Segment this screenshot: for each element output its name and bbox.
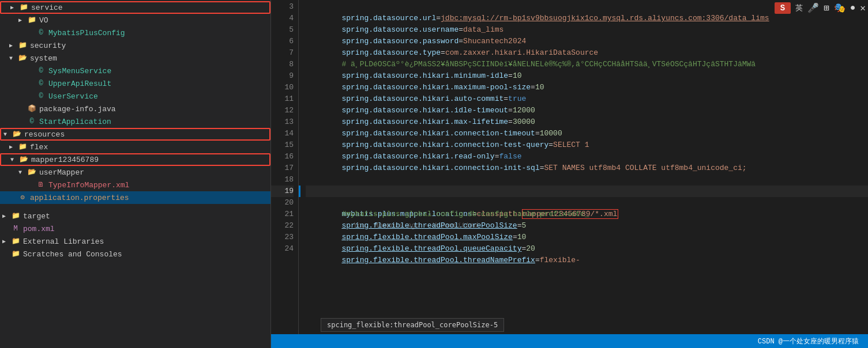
line-numbers: 3 4 5 6 7 8 9 10 11 12 13 14 15 16 17 18…: [271, 0, 299, 348]
label-resources: resources: [24, 130, 65, 139]
status-bar: CSDN @一个处女座的暖男程序猿: [271, 334, 868, 348]
tooltip-popup: spcing_flexible:threadPool_corePoolSize-…: [321, 318, 504, 332]
label-typeinfomapper: TypeInfoMapper.xml: [48, 181, 129, 190]
arrow-vo: [18, 17, 27, 24]
tree-item-pom[interactable]: M pom.xml: [0, 222, 270, 235]
tree-item-resources[interactable]: 📂 resources: [0, 128, 270, 141]
s-button[interactable]: S: [775, 2, 791, 14]
label-package-info: package-info.java: [39, 105, 116, 114]
code-line-17: [306, 162, 868, 174]
arrow-service: [10, 4, 18, 11]
folder-icon-security: 📁: [17, 41, 28, 50]
tree-item-flex[interactable]: 📁 flex: [0, 141, 270, 153]
line-num-3: 3: [271, 1, 294, 13]
arrow-system: [9, 55, 17, 62]
label-userservice: UserService: [48, 92, 98, 101]
tree-item-typeinfomapper[interactable]: 🗎 TypeInfoMapper.xml: [0, 179, 270, 191]
close-icon[interactable]: ✕: [860, 2, 866, 14]
code-line-19[interactable]: mybatis-plus.mapper-locations=classpath:…: [306, 186, 868, 197]
folder-icon-mapper123456789: 📂: [18, 155, 29, 164]
code-line-18[interactable]: 🟡mybatis-plus.configuration.log-impl=org…: [306, 174, 868, 186]
label-upperapiresult: UpperApiResult: [48, 80, 111, 88]
tooltip-text: spcing_flexible:threadPool_corePoolSize-…: [327, 321, 498, 329]
class-icon-sysmenuservice: ©: [36, 66, 46, 75]
theater-icon[interactable]: 🎭: [834, 2, 846, 14]
folder-icon-service: 📁: [18, 3, 29, 12]
tree-item-service[interactable]: 📁 service: [0, 1, 270, 14]
code-line-4[interactable]: spring.datasource.username=data_lims: [306, 13, 868, 24]
code-line-11[interactable]: spring.datasource.hikari.idle-timeout=12…: [306, 93, 868, 105]
line-num-17: 17: [271, 162, 294, 174]
line-num-21: 21: [271, 209, 294, 220]
grid-icon[interactable]: ⊞: [824, 2, 829, 14]
code-line-9[interactable]: spring.datasource.hikari.maximum-pool-si…: [306, 70, 868, 82]
code-line-21[interactable]: spring.flexible.threadPool.corePoolSize=…: [306, 209, 868, 220]
code-line-23[interactable]: spring.flexible.threadPool.queueCapacity…: [306, 232, 868, 243]
line-num-14: 14: [271, 128, 294, 139]
label-usermapper: userMapper: [39, 168, 84, 177]
line-num-22: 22: [271, 220, 294, 232]
tree-item-external-libraries[interactable]: 📁 External Libraries: [0, 235, 270, 248]
arrow-flex: [9, 143, 17, 150]
tree-item-usermapper[interactable]: 📂 userMapper: [0, 166, 270, 179]
line-num-13: 13: [271, 116, 294, 128]
line-num-11: 11: [271, 93, 294, 105]
tree-item-mybatisplusconfig[interactable]: © MybatisPlusConfig: [0, 27, 270, 39]
tree-item-vo[interactable]: 📁 VO: [0, 14, 270, 27]
code-line-5[interactable]: spring.datasource.password=Shucantech202…: [306, 24, 868, 36]
label-scratches: Scratches and Consoles: [23, 250, 122, 259]
folder-icon-usermapper: 📂: [27, 168, 37, 177]
code-line-20[interactable]: #mybatis-plus.global-config.db-config.ta…: [306, 197, 868, 209]
tree-item-security[interactable]: 📁 security: [0, 39, 270, 52]
tree-item-system[interactable]: 📂 system: [0, 52, 270, 65]
lang-label: 英: [795, 3, 803, 13]
label-sysmenuservice: SysMenuService: [48, 67, 111, 75]
top-toolbar: S 英 🎤 ⊞ 🎭 ● ✕: [775, 2, 866, 14]
tree-item-startapplication[interactable]: © StartApplication: [0, 115, 270, 128]
tree-item-sysmenuservice[interactable]: © SysMenuService: [0, 65, 270, 77]
code-editor: S 英 🎤 ⊞ 🎭 ● ✕ 3 4 5 6 7 8 9 10 11 12 13 …: [271, 0, 868, 348]
line-num-7: 7: [271, 47, 294, 59]
tree-item-package-info[interactable]: 📦 package-info.java: [0, 103, 270, 115]
label-target: target: [23, 212, 50, 221]
label-pom: pom.xml: [23, 225, 55, 233]
label-system: system: [30, 54, 57, 63]
xml-icon-typeinfomapper: 🗎: [36, 180, 46, 190]
line-num-6: 6: [271, 36, 294, 47]
code-line-24[interactable]: spring.flexible.threadPool.threadNamePre…: [306, 243, 868, 255]
arrow-usermapper: [18, 169, 27, 176]
record-icon[interactable]: ●: [850, 3, 856, 13]
tree-item-upperapiresult[interactable]: © UpperApiResult: [0, 77, 270, 90]
mic-icon[interactable]: 🎤: [807, 2, 819, 14]
line-num-20: 20: [271, 197, 294, 209]
tree-item-scratches[interactable]: 📁 Scratches and Consoles: [0, 248, 270, 260]
line-num-12: 12: [271, 105, 294, 116]
code-line-13[interactable]: spring.datasource.hikari.connection-time…: [306, 116, 868, 128]
folder-icon-vo: 📁: [27, 16, 37, 25]
tree-item-userservice[interactable]: © UserService: [0, 90, 270, 103]
code-line-16[interactable]: spring.datasource.hikari.connection-init…: [306, 151, 868, 162]
code-line-7[interactable]: # ä¸PLDéOSCäº°è¿PMäSS2¥åNBSPçSCIINDèï¥åN…: [306, 47, 868, 59]
line-num-15: 15: [271, 139, 294, 151]
tree-item-target[interactable]: 📁 target: [0, 210, 270, 222]
code-line-8[interactable]: spring.datasource.hikari.minimum-idle=10: [306, 59, 868, 70]
label-service: service: [31, 3, 63, 12]
tree-item-mapper123456789[interactable]: 📂 mapper123456789: [0, 153, 270, 166]
code-key-24: spring.flexible.threadPool.threadNamePre…: [341, 256, 535, 264]
code-line-14[interactable]: spring.datasource.hikari.connection-test…: [306, 128, 868, 139]
folder-icon-flex: 📁: [17, 142, 28, 152]
code-line-22[interactable]: spring.flexible.threadPool.maxPoolSize=1…: [306, 220, 868, 232]
label-external-libraries: External Libraries: [23, 237, 104, 246]
code-line-6[interactable]: spring.datasource.type=com.zaxxer.hikari…: [306, 36, 868, 47]
label-startapplication: StartApplication: [39, 118, 111, 126]
git-indicator-19: [299, 186, 300, 197]
line-num-18: 18: [271, 174, 294, 186]
code-line-12[interactable]: spring.datasource.hikari.max-lifetime=30…: [306, 105, 868, 116]
code-lines: spring.datasource.url=jdbc:mysql://rm-bp…: [299, 0, 868, 348]
folder-icon-target: 📁: [10, 211, 21, 221]
pom-icon: M: [10, 224, 21, 233]
tree-item-application-properties[interactable]: ⚙ application.properties: [0, 191, 270, 204]
code-line-15[interactable]: spring.datasource.hikari.read-only=false: [306, 139, 868, 151]
code-content-area: 3 4 5 6 7 8 9 10 11 12 13 14 15 16 17 18…: [271, 0, 868, 348]
code-line-10[interactable]: spring.datasource.hikari.auto-commit=tru…: [306, 82, 868, 93]
